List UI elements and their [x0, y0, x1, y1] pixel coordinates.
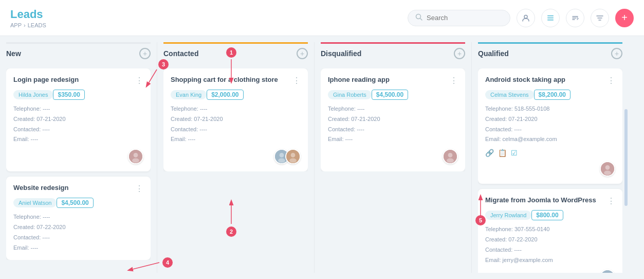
card-info: Telephone: 307-555-0140 Created: 07-22-2…: [485, 224, 615, 265]
card-header: Iphone reading app⋮: [328, 76, 458, 85]
avatar-group: [128, 149, 143, 164]
svg-point-16: [291, 153, 296, 158]
card-created: Created: 07-22-2020: [13, 222, 143, 233]
card-email: Email: ----: [13, 243, 143, 253]
breadcrumb-app: APP: [10, 22, 22, 28]
card-telephone: Telephone: ----: [171, 104, 301, 114]
svg-rect-5: [547, 20, 554, 21]
card-price: $2,000.00: [207, 90, 243, 100]
column-header-new: New+: [6, 42, 151, 63]
avatar: [443, 149, 458, 164]
card-created: Created: 07-21-2020: [328, 114, 458, 125]
card-tag: Celma Stevens: [485, 90, 534, 99]
card-title: Login page redesign: [13, 76, 135, 84]
header-right: +: [408, 9, 634, 27]
card-menu-btn[interactable]: ⋮: [450, 76, 458, 85]
card-title: Website redesign: [13, 184, 135, 193]
column-add-btn-contacted[interactable]: +: [297, 48, 308, 59]
user-icon-btn[interactable]: [517, 9, 535, 27]
card-created: Created: 07-21-2020: [171, 114, 301, 125]
card-price: $4,500.00: [372, 90, 408, 100]
card-tag: Gina Roberts: [328, 90, 372, 99]
card-footer: [485, 161, 615, 177]
card-footer: [13, 149, 143, 164]
card-tag: Hilda Jones: [13, 90, 53, 99]
card-header: Shopping cart for a clothing store⋮: [171, 76, 301, 85]
filter-icon-btn[interactable]: [591, 9, 609, 27]
cards-container-qualified: Android stock taking app⋮Celma Stevens$8…: [478, 68, 622, 273]
card-email: Email: ----: [328, 134, 458, 145]
column-title-contacted: Contacted: [163, 49, 198, 58]
breadcrumb-leads: LEADS: [28, 22, 46, 28]
avatar-group: [443, 149, 458, 164]
card-header: Login page redesign⋮: [13, 76, 143, 85]
svg-line-1: [420, 18, 422, 20]
card-contacted: Contacted: ----: [485, 245, 615, 255]
card-title: Iphone reading app: [328, 76, 450, 84]
card-menu-btn[interactable]: ⋮: [607, 196, 615, 206]
column-add-btn-new[interactable]: +: [139, 48, 151, 59]
card-header: Website redesign⋮: [13, 184, 143, 194]
note-icon[interactable]: 📋: [498, 149, 507, 157]
check-icon[interactable]: ☑: [511, 149, 518, 157]
card-footer: [485, 269, 615, 273]
card-title: Migrate from Joomla to WordPress: [485, 196, 607, 205]
search-box[interactable]: [408, 10, 510, 26]
card-tag: Aniel Watson: [13, 198, 57, 207]
card-telephone: Telephone: ----: [13, 104, 143, 114]
card-contacted: Contacted: ----: [485, 125, 615, 135]
column-add-btn-disqualified[interactable]: +: [454, 48, 465, 59]
card-email: Email: ----: [13, 134, 143, 145]
column-header-qualified: Qualified+: [478, 42, 622, 63]
card: Login page redesign⋮Hilda Jones$350.00 T…: [6, 68, 151, 171]
breadcrumb-separator: ›: [24, 22, 26, 28]
cards-container-contacted: Shopping cart for a clothing store⋮Evan …: [163, 68, 308, 171]
card-menu-btn[interactable]: ⋮: [292, 76, 301, 85]
card: Iphone reading app⋮Gina Roberts$4,500.00…: [321, 68, 465, 171]
card-info: Telephone: ---- Created: 07-21-2020 Cont…: [171, 104, 301, 145]
card-title: Android stock taking app: [485, 76, 607, 84]
column-header-disqualified: Disqualified+: [321, 42, 465, 63]
sort-icon-btn[interactable]: [566, 9, 584, 27]
svg-point-2: [524, 15, 527, 18]
card-header: Migrate from Joomla to WordPress⋮: [485, 196, 615, 206]
card-menu-btn[interactable]: ⋮: [607, 76, 615, 85]
column-contacted: Contacted+Shopping cart for a clothing s…: [157, 36, 314, 279]
card-telephone: Telephone: 518-555-0108: [485, 104, 615, 114]
card-price: $800.00: [531, 210, 563, 220]
card-contacted: Contacted: ----: [13, 125, 143, 135]
page-title: Leads: [10, 8, 46, 21]
column-title-disqualified: Disqualified: [321, 49, 361, 58]
avatar-group: [600, 161, 615, 177]
svg-point-11: [132, 159, 139, 163]
search-input[interactable]: [427, 14, 503, 22]
card-actions: 🔗 📋 ☑: [485, 149, 615, 157]
card: Android stock taking app⋮Celma Stevens$8…: [478, 68, 622, 184]
svg-point-20: [447, 159, 454, 163]
column-disqualified: Disqualified+Iphone reading app⋮Gina Rob…: [315, 36, 471, 279]
card-created: Created: 07-22-2020: [485, 235, 615, 245]
card-contacted: Contacted: ----: [171, 125, 301, 135]
column-title-qualified: Qualified: [478, 49, 509, 58]
card-telephone: Telephone: 307-555-0140: [485, 224, 615, 235]
link-icon[interactable]: 🔗: [485, 149, 494, 157]
card-menu-btn[interactable]: ⋮: [135, 76, 143, 85]
card-footer: [171, 149, 301, 164]
column-add-btn-qualified[interactable]: +: [611, 48, 622, 59]
avatar-group: [600, 269, 615, 273]
svg-rect-4: [547, 18, 554, 19]
card-menu-btn[interactable]: ⋮: [135, 184, 143, 194]
card-telephone: Telephone: ----: [13, 212, 143, 222]
list-view-icon-btn[interactable]: [541, 9, 560, 27]
card: Website redesign⋮Aniel Watson$4,500.00 T…: [6, 177, 151, 260]
card-info: Telephone: 518-555-0108 Created: 07-21-2…: [485, 104, 615, 145]
card-tag: Jerry Rowland: [485, 211, 531, 220]
search-icon: [415, 13, 422, 23]
cards-container-disqualified: Iphone reading app⋮Gina Roberts$4,500.00…: [321, 68, 465, 171]
card-created: Created: 07-21-2020: [13, 114, 143, 125]
add-button[interactable]: +: [615, 9, 634, 27]
card-email: Email: ----: [171, 134, 301, 145]
card-footer: [328, 149, 458, 164]
card-contacted: Contacted: ----: [13, 233, 143, 243]
svg-point-22: [605, 165, 610, 170]
